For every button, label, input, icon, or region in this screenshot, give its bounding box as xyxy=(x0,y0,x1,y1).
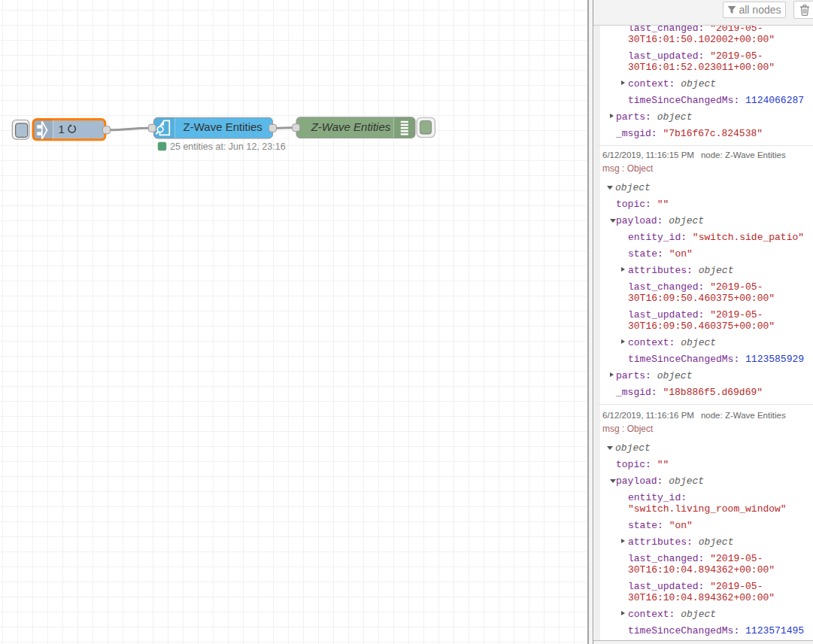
svg-text:Z-Wave Entities: Z-Wave Entities xyxy=(311,120,391,133)
svg-text:25 entities at: Jun 12, 23:16: 25 entities at: Jun 12, 23:16 xyxy=(170,141,286,152)
svg-text:1: 1 xyxy=(59,123,65,135)
svg-text:Z-Wave Entities: Z-Wave Entities xyxy=(184,120,262,133)
